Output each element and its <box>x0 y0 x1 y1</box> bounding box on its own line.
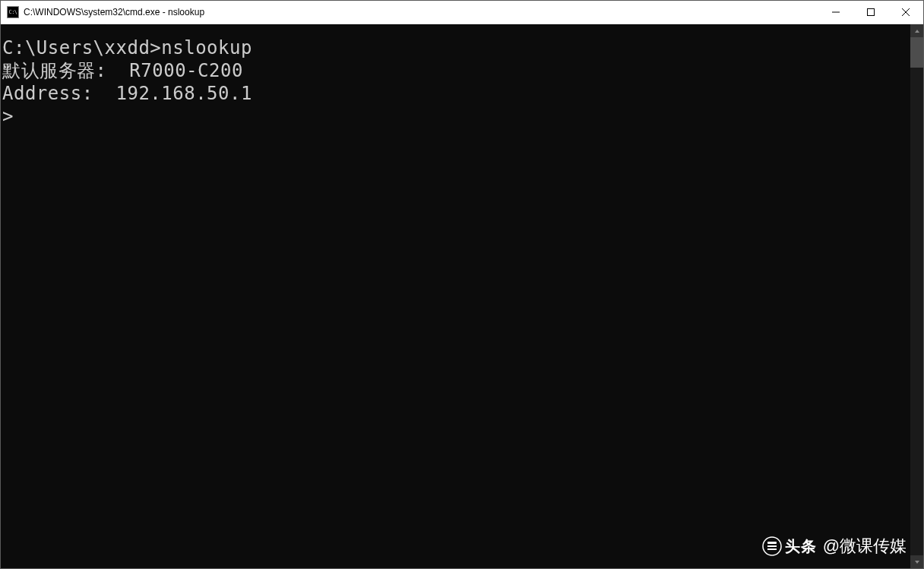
scroll-down-button[interactable] <box>910 555 923 568</box>
minimize-icon <box>832 8 840 16</box>
nslookup-prompt: > <box>2 105 910 128</box>
scroll-track[interactable] <box>910 37 923 555</box>
chevron-down-icon <box>914 559 920 565</box>
scroll-thumb[interactable] <box>910 37 923 68</box>
window-controls <box>818 1 923 24</box>
svg-marker-4 <box>915 30 919 33</box>
minimize-button[interactable] <box>818 1 853 24</box>
close-icon <box>902 8 910 16</box>
terminal-output[interactable]: C:\Users\xxdd>nslookup默认服务器: R7000-C200A… <box>1 24 910 568</box>
svg-marker-5 <box>915 561 919 564</box>
output-address: Address: 192.168.50.1 <box>2 82 910 105</box>
client-area: C:\Users\xxdd>nslookup默认服务器: R7000-C200A… <box>1 24 923 568</box>
svg-rect-1 <box>868 9 875 16</box>
window-title: C:\WINDOWS\system32\cmd.exe - nslookup <box>24 7 818 17</box>
prompt-path: C:\Users\xxdd> <box>2 37 161 58</box>
vertical-scrollbar[interactable] <box>910 24 923 568</box>
chevron-up-icon <box>914 28 920 34</box>
output-default-server: 默认服务器: R7000-C200 <box>2 59 910 82</box>
command-text: nslookup <box>161 37 252 58</box>
maximize-button[interactable] <box>853 1 888 24</box>
cmd-window: C:\ C:\WINDOWS\system32\cmd.exe - nslook… <box>0 0 924 569</box>
cmd-icon: C:\ <box>7 6 19 18</box>
titlebar[interactable]: C:\ C:\WINDOWS\system32\cmd.exe - nslook… <box>1 1 923 24</box>
scroll-up-button[interactable] <box>910 24 923 37</box>
maximize-icon <box>867 8 875 16</box>
close-button[interactable] <box>888 1 923 24</box>
